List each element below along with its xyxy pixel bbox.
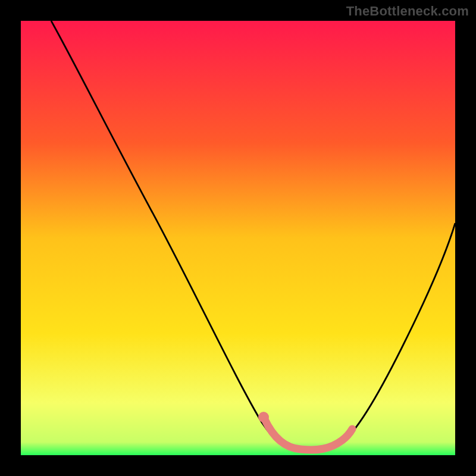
watermark-text: TheBottleneck.com: [346, 4, 469, 19]
chart-frame: [21, 21, 455, 455]
chart-svg: [21, 21, 455, 455]
highlight-start-dot: [258, 412, 269, 422]
